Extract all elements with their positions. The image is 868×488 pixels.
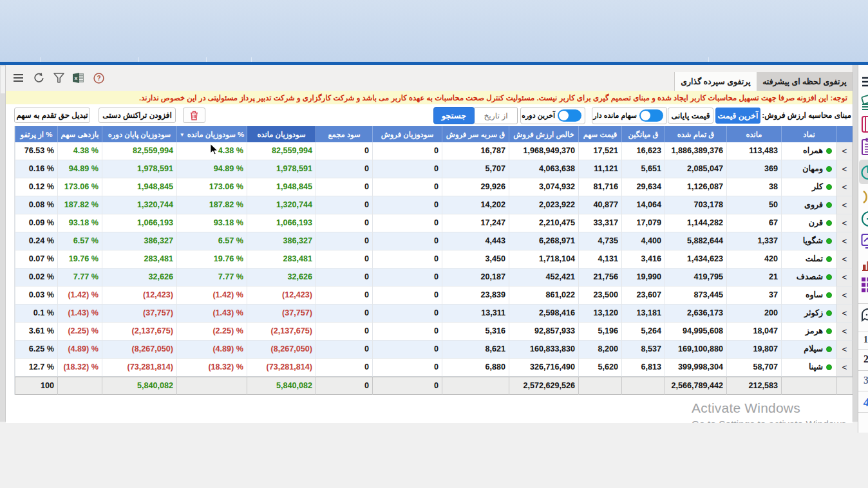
monitor-chart-icon[interactable] (861, 233, 868, 250)
row-expander[interactable]: < (836, 305, 853, 323)
help-icon[interactable]: ? (91, 70, 106, 86)
row-expander[interactable]: < (836, 323, 853, 341)
symbol-cell[interactable]: شصدف (781, 268, 836, 286)
cell-period_end_pl: 1,066,193 (102, 214, 176, 232)
symbol-cell[interactable]: زکوثر (781, 305, 836, 323)
symbol-cell[interactable]: سیلام (781, 341, 836, 359)
cell-remain_pl: 32,626 (247, 268, 316, 286)
total-return_pct (57, 377, 102, 395)
symbol-cell[interactable]: ساوه (781, 286, 836, 305)
menu-icon[interactable] (861, 76, 868, 88)
sidebar-list-item[interactable]: 1 (863, 335, 868, 345)
sidebar-list-item[interactable]: 3 (863, 375, 868, 386)
cell-share_price: 81,716 (578, 178, 621, 196)
delete-transaction-button[interactable] (183, 108, 205, 123)
total-period_end_pl: 5,840,082 (102, 377, 176, 395)
column-header-sale_pl[interactable]: سودوزیان فروش (372, 126, 442, 142)
sidebar-list-item[interactable]: 2 (863, 353, 868, 365)
row-expander[interactable]: < (836, 286, 853, 305)
last-price-button[interactable]: آخرین قیمت (715, 108, 760, 124)
symbol-cell[interactable]: تملت (781, 250, 836, 268)
holding-stocks-toggle[interactable] (639, 109, 663, 122)
cell-net_sale_value: 861,022 (509, 286, 578, 305)
row-expander[interactable]: < (836, 214, 853, 232)
cell-total_cost: 2,636,173 (665, 305, 726, 323)
excel-export-icon[interactable]: x (71, 70, 86, 86)
symbol-cell[interactable]: فروی (781, 196, 836, 214)
cell-breakeven: 6,880 (442, 359, 509, 377)
cell-assembly_profit: 0 (316, 341, 372, 359)
cell-breakeven: 14,202 (442, 196, 509, 214)
row-expander[interactable]: < (836, 196, 853, 214)
column-header-assembly_profit[interactable]: سود مجمع (316, 126, 372, 142)
column-header-net_sale_value[interactable]: خالص ارزش فروش (509, 126, 578, 142)
cell-avg_price: 23,607 (621, 286, 665, 305)
column-header-avg_price[interactable]: ق میانگین (621, 126, 665, 142)
bar-chart-icon[interactable] (861, 256, 868, 272)
last-period-label: آخرین دوره (522, 111, 555, 120)
tab-deposit-portfolio[interactable]: پرتفوی سپرده گذاری (674, 72, 757, 91)
symbol-cell[interactable]: همراه (781, 142, 836, 160)
column-header-total_cost[interactable]: ق تمام شده (665, 126, 726, 142)
symbol-cell[interactable]: ومهان (781, 160, 836, 178)
symbol-cell[interactable]: شگویا (781, 232, 836, 250)
menu-icon[interactable] (12, 70, 26, 86)
symbol-cell[interactable]: قرن (781, 214, 836, 232)
cell-breakeven: 29,926 (442, 178, 509, 196)
row-expander[interactable]: < (836, 341, 853, 359)
grid-icon[interactable] (861, 277, 868, 294)
convert-rights-button[interactable]: تبدیل حق تقدم به سهم (14, 108, 90, 123)
column-header-period_end_pl[interactable]: سودوزیان پایان دوره (102, 126, 176, 142)
column-header-breakeven[interactable]: ق سربه سر فروش (442, 126, 509, 142)
row-expander[interactable]: < (836, 359, 853, 377)
refresh-icon[interactable] (32, 70, 46, 86)
cell-avg_price: 29,634 (621, 178, 665, 196)
last-period-toggle[interactable] (558, 109, 581, 122)
clock-icon[interactable] (861, 211, 868, 227)
closing-price-button[interactable]: قیمت پایانی (668, 108, 713, 124)
column-header-share_price[interactable]: قیمت سهم (578, 126, 621, 142)
row-expander[interactable]: < (836, 232, 853, 250)
column-header-return_pct[interactable]: بازدهی سهم (57, 126, 102, 142)
row-expander[interactable]: < (836, 250, 853, 268)
symbol-cell[interactable]: شپنا (781, 359, 836, 377)
column-header-remain_pl[interactable]: سودوزیان مانده (247, 126, 316, 142)
cell-share_price: 23,500 (578, 286, 621, 305)
table-row-همراه: <همراه113,4831,886,389,37616,62317,5211,… (15, 142, 853, 160)
cell-total_cost: 419,795 (665, 268, 726, 286)
search-button[interactable]: جستجو (433, 107, 475, 124)
arc-icon[interactable] (861, 189, 868, 205)
row-expander[interactable]: < (836, 268, 853, 286)
column-header-remain_pl_pct[interactable]: % سودوزیان مانده▼ (176, 126, 247, 142)
row-expander[interactable]: < (836, 178, 853, 196)
column-header-portfolio_pct[interactable]: % از پرتفو (15, 126, 57, 142)
cell-remain_pl_pct: 93.18 % (176, 214, 247, 232)
cell-share_price: 11,121 (578, 160, 621, 178)
cell-share_price: 4,131 (578, 250, 621, 268)
from-date-input[interactable] (474, 107, 518, 124)
sidebar-divider (858, 303, 868, 304)
pie-chart-icon[interactable] (861, 162, 868, 180)
vertical-scrollbar[interactable] (0, 65, 6, 422)
filter-icon[interactable] (52, 70, 66, 86)
row-expander[interactable]: < (836, 142, 853, 160)
cash-icon[interactable] (861, 93, 868, 111)
symbol-cell[interactable]: هرمز (781, 323, 836, 341)
ledger-icon[interactable] (861, 115, 868, 133)
tab-advanced-portfolio[interactable]: پرتفوی لحظه ای پیشرفته (757, 72, 853, 91)
cell-assembly_profit: 0 (316, 323, 372, 341)
row-expander[interactable]: < (836, 160, 853, 178)
column-header-symbol[interactable]: نماد (781, 126, 836, 142)
column-header-remain[interactable]: مانده (726, 126, 781, 142)
sidebar-list-item[interactable]: 4 (863, 396, 868, 409)
column-header-expander[interactable] (836, 126, 853, 142)
cell-avg_price: 4,400 (621, 232, 665, 250)
total-portfolio_pct: 100 (15, 377, 57, 395)
scrollbar-thumb[interactable] (1, 66, 5, 93)
clipboard-icon[interactable] (861, 138, 868, 156)
status-dot (826, 346, 832, 352)
chat-bubble-icon[interactable] (861, 308, 868, 324)
add-manual-transaction-button[interactable]: افزودن تراکنش دستی (99, 108, 176, 123)
symbol-cell[interactable]: کلر (781, 178, 836, 196)
cell-total_cost: 1,886,389,376 (665, 142, 726, 160)
